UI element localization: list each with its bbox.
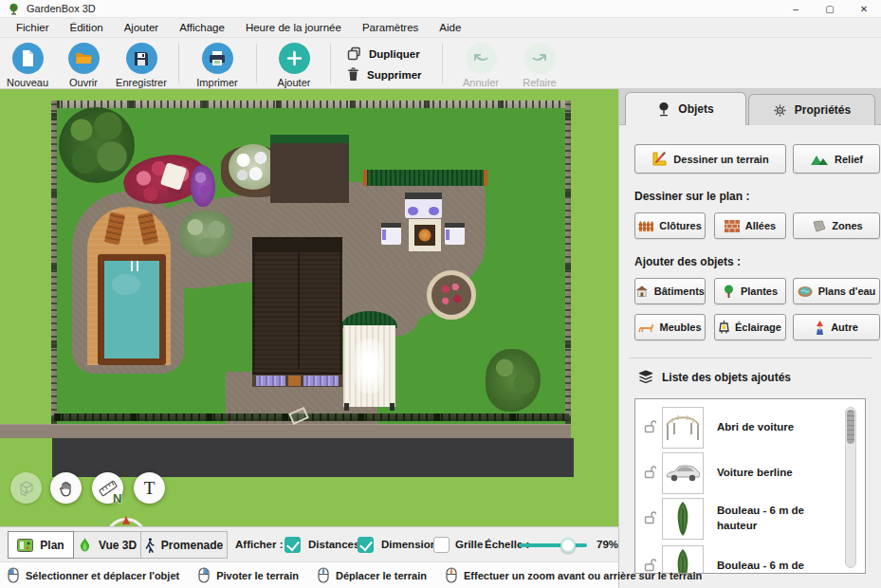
lavender-planter [256,376,285,386]
plus-icon [286,50,303,66]
unlock-icon[interactable] [644,465,656,479]
gnome-icon [815,321,825,335]
tab-promenade[interactable]: Promenade [140,531,228,559]
tab-objets[interactable]: Objets [625,92,746,125]
mouse-middle-click-icon [318,567,329,583]
list-item-bouleau-1[interactable]: Bouleau - 6 m de hauteur [635,496,866,542]
fence-right[interactable] [565,101,571,424]
fence-left[interactable] [51,101,57,424]
compass-north-label: N [113,491,121,505]
panel-divider [629,358,872,358]
road[interactable] [52,438,574,477]
scale-slider[interactable] [519,543,587,547]
carport[interactable] [343,325,395,407]
house-gable [252,237,342,252]
layers-icon [638,370,653,384]
view-bar: Plan Vue 3D Promenade Afficher : Distanc… [0,526,618,561]
house[interactable] [252,237,342,389]
plantes-button[interactable]: Plantes [714,278,786,304]
tab-proprietes[interactable]: Propriétés [748,94,875,125]
mouse-right-click-icon [198,567,210,583]
clotures-button[interactable]: Clôtures [634,212,706,239]
open-folder-icon [75,51,93,65]
scale-slider-thumb[interactable] [560,538,576,553]
tile-icon [810,220,826,232]
save-button[interactable]: Enregistrer [114,43,169,88]
menu-heure[interactable]: Heure de la journée [235,18,352,38]
lavender-planter [303,376,339,386]
fence-front[interactable] [54,413,569,421]
new-document-icon [20,49,36,67]
printer-icon [209,50,226,66]
plans-deau-button[interactable]: Plans d'eau [793,278,880,304]
app-logo-tree-icon [8,3,20,15]
toolbar-separator [442,44,443,83]
close-button[interactable]: ✕ [847,0,881,17]
fence-icon [638,220,653,232]
menu-parametres[interactable]: Paramètres [352,18,429,38]
redo-button[interactable]: Refaire [509,43,570,88]
open-button[interactable]: Ouvrir [56,43,111,88]
pergola-beam[interactable] [366,170,485,186]
outdoor-sofa[interactable] [405,193,442,218]
unlock-icon[interactable] [644,510,656,524]
building-icon [635,285,649,298]
draw-terrain-button[interactable]: Dessiner un terrain [634,144,786,174]
distances-label: Distances [308,539,359,550]
delete-button[interactable]: Supprimer [347,67,438,82]
menu-affichage[interactable]: Affichage [169,18,235,38]
fence-top[interactable] [54,101,569,108]
menu-edition[interactable]: Édition [60,18,114,38]
add-button[interactable]: Ajouter [266,43,321,88]
round-flower-bed[interactable] [427,270,476,320]
list-item-abri-de-voiture[interactable]: Abri de voiture [635,405,866,450]
batiments-button[interactable]: Bâtiments [634,278,706,304]
relief-button[interactable]: Relief [793,144,880,174]
chair-cushion [382,230,386,240]
patio-chair[interactable] [381,223,401,245]
list-item-voiture-berline[interactable]: Voiture berline [635,450,866,496]
tab-plan[interactable]: Plan [8,531,74,559]
maximize-button[interactable]: ▢ [813,0,847,17]
hint-zoom-terrain: Effectuer un zoom avant ou arrière sur l… [446,567,702,583]
autre-button[interactable]: Autre [793,314,880,340]
text-tool-icon: T [144,478,156,499]
minimize-button[interactable]: – [779,0,813,17]
pan-tool-button[interactable] [50,472,82,504]
large-tree[interactable] [59,107,135,183]
chair-back [445,223,465,228]
sidewalk[interactable] [0,424,571,438]
new-button[interactable]: Nouveau [0,43,55,88]
list-scrollbar-thumb[interactable] [847,410,854,444]
garage-building[interactable] [270,135,349,203]
text-tool-button[interactable]: T [134,472,165,504]
menu-bar: Fichier Édition Ajouter Affichage Heure … [0,18,881,38]
menu-aide[interactable]: Aide [429,18,471,38]
fire-pit[interactable] [409,219,441,251]
eclairage-button[interactable]: Éclairage [714,314,786,340]
zones-button[interactable]: Zones [793,212,880,239]
meubles-button[interactable]: Meubles [634,314,706,340]
grille-checkbox[interactable] [433,537,450,553]
purple-flower-bed[interactable] [191,165,215,207]
bricks-icon [725,220,740,232]
distances-checkbox[interactable] [284,537,301,553]
carport-post [344,403,349,411]
print-button[interactable]: Imprimer [190,43,245,88]
patio-chair[interactable] [445,223,465,245]
undo-button[interactable]: Annuler [450,43,511,88]
draw-section-title: Dessiner sur le plan : [634,190,749,203]
carport-post [390,403,395,411]
duplicate-button[interactable]: Dupliquer [347,46,438,61]
dimensions-checkbox[interactable] [358,537,374,553]
allees-button[interactable]: Allées [714,212,786,239]
list-scrollbar[interactable] [845,407,856,568]
swimming-pool[interactable] [98,254,166,365]
tab-vue-3d[interactable]: Vue 3D [73,531,141,559]
unlock-icon[interactable] [644,419,656,433]
orbit-3d-tool-button[interactable] [10,472,42,504]
menu-fichier[interactable]: Fichier [6,18,60,38]
menu-ajouter[interactable]: Ajouter [114,18,169,38]
topiary-icon [657,101,670,117]
garden-plan-canvas[interactable]: T N [0,89,618,526]
